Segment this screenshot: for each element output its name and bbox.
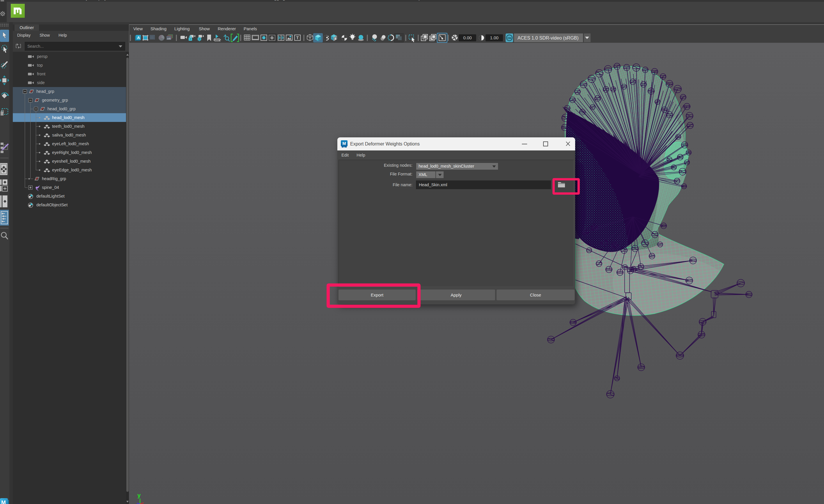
svg-text:geometry_grp: geometry_grp xyxy=(42,98,68,102)
svg-text:defaultLightSet: defaultLightSet xyxy=(36,194,65,198)
svg-text:front: front xyxy=(37,72,45,76)
svg-text:head_lod0_grp: head_lod0_grp xyxy=(47,106,76,111)
svg-text:teeth_lod0_mesh: teeth_lod0_mesh xyxy=(52,124,84,129)
svg-text:spine_04: spine_04 xyxy=(42,185,59,190)
svg-text:top: top xyxy=(37,63,43,68)
svg-text:AYA: AYA xyxy=(343,147,345,148)
svg-text:eyeLeft_lod0_mesh: eyeLeft_lod0_mesh xyxy=(52,141,89,146)
svg-text:eyeshell_lod0_mesh: eyeshell_lod0_mesh xyxy=(52,159,91,164)
svg-text:A: A xyxy=(137,35,140,40)
svg-text:1.00: 1.00 xyxy=(490,35,498,40)
svg-text:M: M xyxy=(342,141,346,146)
svg-text:eyeRight_lod0_mesh: eyeRight_lod0_mesh xyxy=(52,150,92,155)
svg-text:ACES 1.0 SDR-video (sRGB): ACES 1.0 SDR-video (sRGB) xyxy=(518,35,579,40)
svg-text:headRig_grp: headRig_grp xyxy=(42,176,66,181)
svg-text:0.00: 0.00 xyxy=(463,35,472,40)
svg-text:x: x xyxy=(144,502,147,504)
svg-text:T: T xyxy=(296,35,299,40)
svg-text:head_grp: head_grp xyxy=(36,89,54,94)
svg-text:saliva_lod0_mesh: saliva_lod0_mesh xyxy=(52,133,86,137)
svg-text:eyeEdge_lod0_mesh: eyeEdge_lod0_mesh xyxy=(52,168,92,172)
svg-text:head_lod0_mesh: head_lod0_mesh xyxy=(52,115,84,120)
svg-text:ON: ON xyxy=(507,36,511,39)
svg-text:side: side xyxy=(37,80,45,85)
svg-text:y: y xyxy=(137,492,141,498)
svg-text:defaultObjectSet: defaultObjectSet xyxy=(36,203,68,207)
svg-text:persp: persp xyxy=(37,54,47,59)
